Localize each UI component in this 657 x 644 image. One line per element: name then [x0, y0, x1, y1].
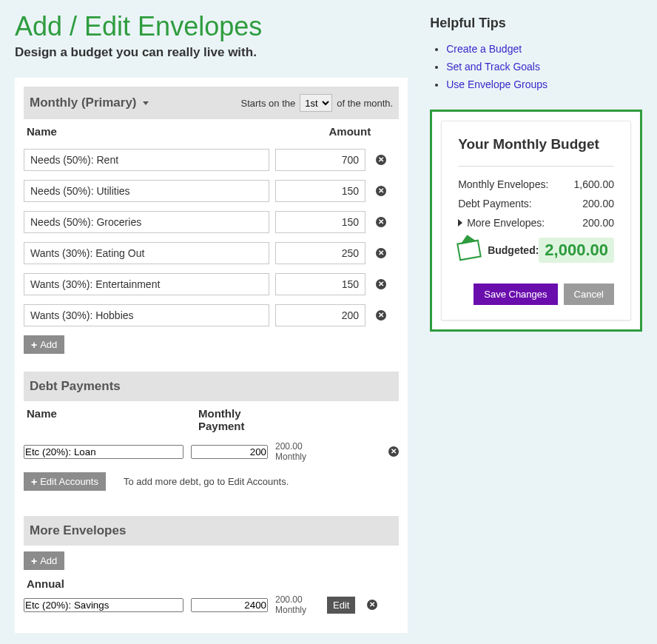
- more-name-input[interactable]: [24, 598, 183, 612]
- budget-row-label: Debt Payments:: [458, 198, 532, 209]
- more-amount-input[interactable]: [191, 598, 268, 612]
- plus-icon: +: [31, 340, 37, 350]
- budget-row-label: More Envelopes:: [467, 217, 545, 229]
- add-more-button[interactable]: + Add: [24, 551, 64, 570]
- remove-icon[interactable]: ✕: [376, 217, 386, 227]
- plus-icon: +: [31, 556, 37, 566]
- debt-name-input[interactable]: [24, 445, 183, 459]
- edit-accounts-button[interactable]: + Edit Accounts: [24, 472, 106, 491]
- debt-tip-text: To add more debt, go to Edit Accounts.: [124, 476, 289, 487]
- debt-amount-input[interactable]: [191, 445, 268, 459]
- remove-icon[interactable]: ✕: [367, 600, 377, 610]
- envelope-name-input[interactable]: [24, 211, 269, 233]
- more-header: More Envelopes: [24, 516, 399, 546]
- envelope-amount-input[interactable]: [275, 211, 365, 233]
- caret-down-icon[interactable]: [143, 101, 149, 105]
- start-day-select[interactable]: 1st: [300, 94, 332, 112]
- budget-row-value: 200.00: [582, 198, 614, 209]
- envelope-row: ✕: [24, 211, 399, 233]
- edit-button[interactable]: Edit: [327, 597, 355, 614]
- envelope-amount-input[interactable]: [275, 273, 365, 295]
- more-envelopes-expand[interactable]: More Envelopes:: [458, 217, 545, 229]
- debt-row: 200.00 Monthly ✕: [24, 441, 399, 462]
- save-button[interactable]: Save Changes: [474, 284, 557, 305]
- tip-link[interactable]: Create a Budget: [446, 43, 522, 55]
- remove-icon[interactable]: ✕: [376, 186, 386, 196]
- debt-payment-header: Monthly Payment: [198, 407, 278, 432]
- add-envelope-button[interactable]: + Add: [24, 335, 64, 354]
- envelope-amount-input[interactable]: [275, 149, 365, 171]
- debt-name-header: Name: [27, 407, 198, 432]
- cancel-button[interactable]: Cancel: [564, 284, 614, 305]
- envelope-row: ✕: [24, 304, 399, 326]
- envelope-name-input[interactable]: [24, 149, 269, 171]
- starts-on-prefix: Starts on the: [241, 98, 296, 109]
- more-header-label: More Envelopes: [30, 523, 126, 538]
- remove-icon[interactable]: ✕: [376, 248, 386, 258]
- remove-icon[interactable]: ✕: [376, 310, 386, 321]
- house-icon: [456, 240, 482, 261]
- page-subtitle: Design a budget you can really live with…: [15, 45, 408, 60]
- more-row: 200.00 Monthly Edit ✕: [24, 594, 399, 615]
- budget-row-value: 200.00: [582, 217, 614, 229]
- remove-icon[interactable]: ✕: [388, 446, 399, 457]
- remove-icon[interactable]: ✕: [376, 279, 386, 289]
- envelope-amount-input[interactable]: [275, 304, 365, 326]
- budgeted-label: Budgeted:: [488, 244, 539, 256]
- col-amount-header: Amount: [278, 125, 393, 138]
- annual-header: Annual: [24, 570, 399, 594]
- envelope-name-input[interactable]: [24, 304, 269, 326]
- envelope-row: ✕: [24, 273, 399, 295]
- plus-icon: +: [31, 477, 37, 487]
- tip-link[interactable]: Use Envelope Groups: [446, 78, 548, 90]
- debt-header: Debt Payments: [24, 372, 399, 401]
- debt-header-label: Debt Payments: [30, 379, 121, 394]
- more-calc-text: 200.00 Monthly: [275, 594, 320, 615]
- caret-right-icon: [458, 219, 462, 227]
- envelope-amount-input[interactable]: [275, 242, 365, 264]
- envelope-row: ✕: [24, 242, 399, 264]
- envelope-row: ✕: [24, 180, 399, 202]
- budget-row-label: Monthly Envelopes:: [458, 178, 548, 190]
- monthly-header: Monthly (Primary) Starts on the 1st of t…: [24, 87, 399, 119]
- budgeted-value: 2,000.00: [539, 238, 614, 263]
- tip-link[interactable]: Set and Track Goals: [446, 61, 540, 73]
- envelope-row: ✕: [24, 149, 399, 171]
- envelope-name-input[interactable]: [24, 180, 269, 202]
- page-title: Add / Edit Envelopes: [15, 11, 408, 42]
- debt-calc-text: 200.00 Monthly: [275, 441, 320, 462]
- starts-on-suffix: of the month.: [337, 98, 393, 109]
- col-name-header: Name: [27, 125, 278, 138]
- envelope-amount-input[interactable]: [275, 180, 365, 202]
- budget-outline: Your Monthly Budget Monthly Envelopes: 1…: [430, 110, 642, 332]
- monthly-label[interactable]: Monthly (Primary): [30, 95, 137, 110]
- remove-icon[interactable]: ✕: [376, 155, 386, 165]
- budget-title: Your Monthly Budget: [458, 136, 614, 152]
- budget-row-value: 1,600.00: [574, 178, 615, 190]
- envelope-name-input[interactable]: [24, 273, 269, 295]
- helpful-tips-header: Helpful Tips: [430, 16, 642, 31]
- envelope-name-input[interactable]: [24, 242, 269, 264]
